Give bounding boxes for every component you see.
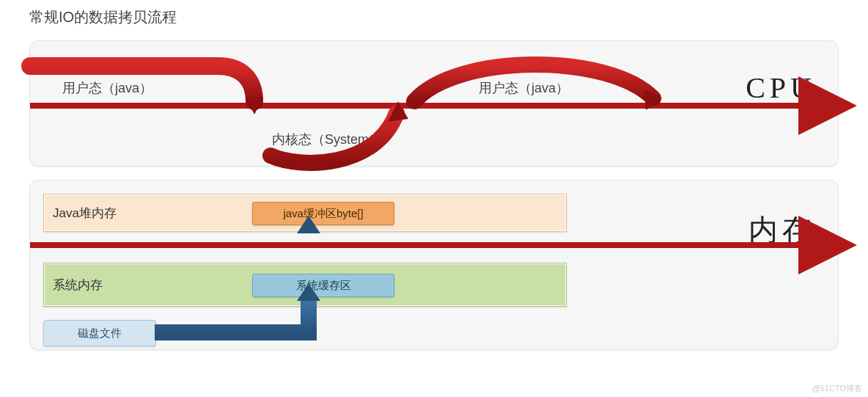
cpu-flow-svg — [30, 41, 839, 166]
diagram-root: 常规IO的数据拷贝流程 CPU 用户态（java） 内核态（System） 用户… — [0, 0, 868, 397]
cpu-section: CPU 用户态（java） 内核态（System） 用户态（java） — [29, 40, 839, 167]
watermark: @51CTO博客 — [812, 383, 862, 394]
diagram-title: 常规IO的数据拷贝流程 — [29, 7, 177, 27]
svg-marker-6 — [297, 216, 320, 233]
memory-section: 内存 Java堆内存 java缓冲区byte[] 系统内存 系统缓存区 磁盘文件 — [29, 180, 839, 350]
memory-flow-svg — [30, 181, 839, 349]
svg-marker-5 — [297, 283, 320, 301]
